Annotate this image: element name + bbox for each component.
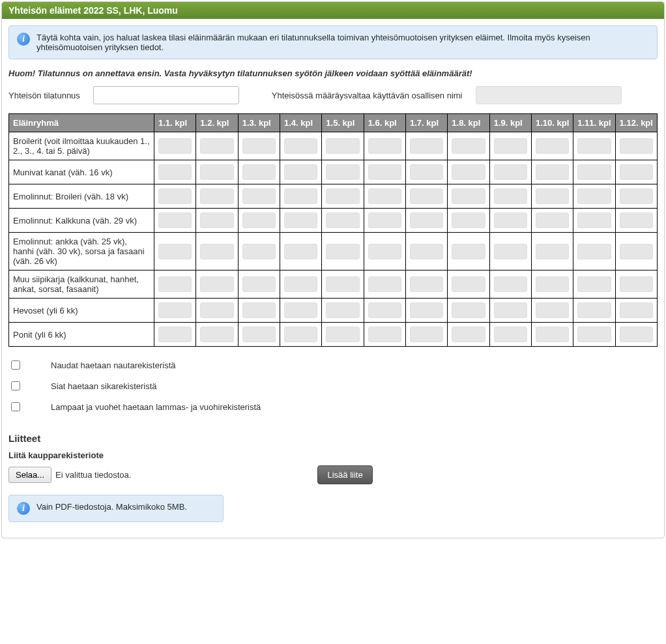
count-input[interactable] [158, 188, 192, 204]
count-input[interactable] [326, 327, 359, 342]
count-input[interactable] [368, 327, 401, 342]
count-input[interactable] [200, 138, 233, 154]
count-input[interactable] [620, 212, 653, 228]
count-input[interactable] [242, 212, 276, 228]
count-input[interactable] [410, 276, 443, 292]
count-input[interactable] [494, 327, 527, 342]
count-input[interactable] [410, 164, 443, 180]
count-input[interactable] [410, 244, 443, 259]
count-input[interactable] [577, 302, 611, 318]
count-input[interactable] [200, 302, 233, 318]
count-input[interactable] [200, 212, 233, 228]
count-input[interactable] [620, 244, 653, 259]
count-input[interactable] [494, 138, 527, 154]
count-input[interactable] [158, 212, 192, 228]
count-input[interactable] [620, 302, 653, 318]
count-input[interactable] [620, 276, 653, 292]
count-input[interactable] [452, 164, 485, 180]
count-input[interactable] [577, 244, 611, 259]
count-input[interactable] [452, 212, 485, 228]
count-input[interactable] [620, 138, 653, 154]
count-input[interactable] [368, 244, 401, 259]
count-input[interactable] [410, 327, 443, 342]
count-input[interactable] [158, 302, 192, 318]
count-input[interactable] [452, 302, 485, 318]
count-input[interactable] [577, 276, 611, 292]
count-input[interactable] [410, 212, 443, 228]
count-input[interactable] [452, 188, 485, 204]
count-input[interactable] [410, 138, 443, 154]
count-input[interactable] [536, 212, 569, 228]
count-input[interactable] [577, 138, 611, 154]
count-input[interactable] [577, 212, 611, 228]
browse-button[interactable]: Selaa... [8, 467, 51, 483]
count-input[interactable] [452, 138, 485, 154]
count-input[interactable] [326, 244, 359, 259]
add-attachment-button[interactable]: Lisää liite [317, 465, 372, 484]
count-input[interactable] [158, 327, 192, 342]
count-input[interactable] [242, 164, 276, 180]
count-input[interactable] [494, 302, 527, 318]
count-input[interactable] [494, 212, 527, 228]
count-input[interactable] [536, 244, 569, 259]
osallinen-input[interactable] [476, 86, 622, 104]
count-input[interactable] [368, 164, 401, 180]
count-input[interactable] [620, 188, 653, 204]
count-input[interactable] [452, 327, 485, 342]
count-input[interactable] [326, 188, 359, 204]
count-input[interactable] [494, 164, 527, 180]
count-input[interactable] [620, 327, 653, 342]
count-input[interactable] [577, 188, 611, 204]
count-input[interactable] [242, 327, 276, 342]
count-input[interactable] [242, 244, 276, 259]
count-input[interactable] [410, 302, 443, 318]
count-input[interactable] [368, 188, 401, 204]
count-input[interactable] [326, 138, 359, 154]
count-input[interactable] [284, 276, 317, 292]
count-input[interactable] [410, 188, 443, 204]
count-input[interactable] [158, 138, 192, 154]
count-input[interactable] [536, 327, 569, 342]
count-input[interactable] [326, 212, 359, 228]
count-input[interactable] [284, 138, 317, 154]
count-input[interactable] [368, 212, 401, 228]
count-input[interactable] [242, 138, 276, 154]
count-input[interactable] [242, 302, 276, 318]
count-input[interactable] [368, 302, 401, 318]
count-input[interactable] [620, 164, 653, 180]
count-input[interactable] [284, 302, 317, 318]
checkbox-lampaat[interactable] [11, 402, 20, 411]
count-input[interactable] [368, 276, 401, 292]
count-input[interactable] [158, 244, 192, 259]
checkbox-siat[interactable] [11, 381, 20, 390]
count-input[interactable] [452, 244, 485, 259]
count-input[interactable] [200, 188, 233, 204]
count-input[interactable] [242, 276, 276, 292]
count-input[interactable] [326, 164, 359, 180]
count-input[interactable] [536, 302, 569, 318]
checkbox-naudat[interactable] [11, 360, 20, 370]
count-input[interactable] [494, 188, 527, 204]
count-input[interactable] [536, 138, 569, 154]
count-input[interactable] [452, 276, 485, 292]
count-input[interactable] [284, 164, 317, 180]
count-input[interactable] [326, 276, 359, 292]
count-input[interactable] [200, 276, 233, 292]
count-input[interactable] [536, 164, 569, 180]
count-input[interactable] [158, 276, 192, 292]
count-input[interactable] [494, 276, 527, 292]
count-input[interactable] [284, 188, 317, 204]
count-input[interactable] [284, 327, 317, 342]
count-input[interactable] [326, 302, 359, 318]
count-input[interactable] [200, 164, 233, 180]
count-input[interactable] [242, 188, 276, 204]
count-input[interactable] [158, 164, 192, 180]
count-input[interactable] [536, 188, 569, 204]
tilatunnus-input[interactable] [93, 86, 239, 104]
count-input[interactable] [284, 212, 317, 228]
count-input[interactable] [200, 327, 233, 342]
count-input[interactable] [494, 244, 527, 259]
count-input[interactable] [536, 276, 569, 292]
count-input[interactable] [577, 327, 611, 342]
count-input[interactable] [284, 244, 317, 259]
